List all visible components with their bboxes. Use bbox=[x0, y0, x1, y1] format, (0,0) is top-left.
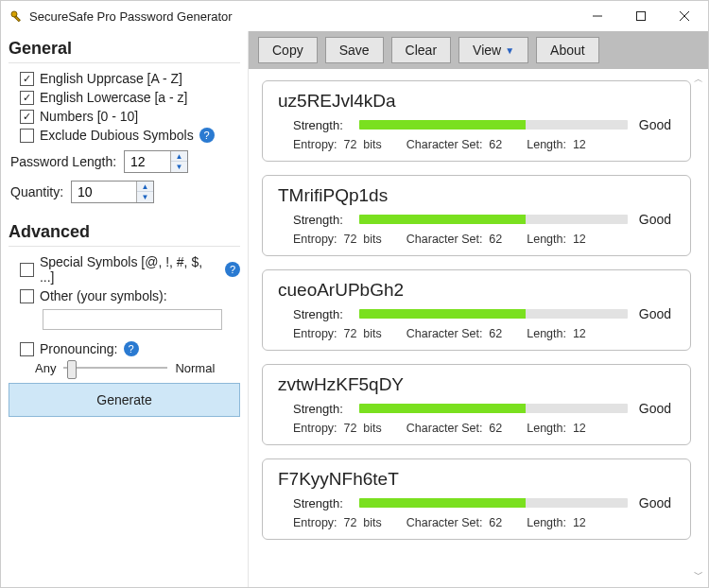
length-up-icon[interactable]: ▲ bbox=[171, 151, 187, 162]
strength-label: Strength: bbox=[293, 118, 348, 132]
window-controls bbox=[576, 1, 706, 31]
help-icon[interactable]: ? bbox=[199, 128, 215, 143]
slider-left-label: Any bbox=[35, 361, 56, 375]
clear-button[interactable]: Clear bbox=[391, 37, 451, 63]
divider bbox=[9, 246, 240, 247]
maximize-button[interactable] bbox=[619, 1, 663, 31]
scroll-down-icon[interactable]: ﹀ bbox=[694, 568, 703, 581]
password-card: TMrifiPQp1dsStrength:GoodEntropy: 72 bit… bbox=[262, 175, 691, 256]
scrollbar[interactable]: ︿ ﹀ bbox=[691, 73, 706, 581]
other-symbols-label: Other (your symbols): bbox=[40, 288, 167, 303]
generate-button[interactable]: Generate bbox=[9, 383, 240, 417]
sidebar: General English Upprcase [A - Z] English… bbox=[1, 31, 249, 587]
password-card: zvtwHzKF5qDYStrength:GoodEntropy: 72 bit… bbox=[262, 364, 691, 445]
pronouncing-checkbox[interactable] bbox=[20, 342, 34, 356]
password-text: F7KyyNFh6teT bbox=[278, 469, 675, 490]
strength-bar bbox=[359, 498, 628, 508]
strength-label: Strength: bbox=[293, 213, 348, 227]
minimize-button[interactable] bbox=[576, 1, 619, 31]
svg-rect-3 bbox=[637, 12, 646, 21]
quantity-label: Quantity: bbox=[10, 184, 63, 199]
quantity-up-icon[interactable]: ▲ bbox=[137, 182, 153, 192]
password-text: zvtwHzKF5qDY bbox=[278, 374, 675, 395]
strength-label: Strength: bbox=[293, 307, 348, 321]
password-length-input[interactable] bbox=[125, 151, 170, 172]
app-icon bbox=[9, 9, 24, 24]
lowercase-checkbox[interactable] bbox=[20, 91, 34, 105]
main-panel: Copy Save Clear View▼ About uz5REJvl4kDa… bbox=[249, 31, 708, 587]
password-card: cueoArUPbGh2Strength:GoodEntropy: 72 bit… bbox=[262, 269, 691, 351]
strength-rating: Good bbox=[639, 212, 671, 227]
app-window: SecureSafe Pro Password Generator Genera… bbox=[0, 0, 709, 588]
pronouncing-slider[interactable] bbox=[63, 360, 167, 375]
password-meta: Entropy: 72 bitsCharacter Set: 62Length:… bbox=[293, 138, 675, 151]
strength-bar bbox=[359, 404, 628, 413]
general-heading: General bbox=[9, 39, 240, 59]
password-card: F7KyyNFh6teTStrength:GoodEntropy: 72 bit… bbox=[262, 458, 691, 540]
password-text: uz5REJvl4kDa bbox=[278, 91, 675, 112]
toolbar: Copy Save Clear View▼ About bbox=[249, 31, 708, 69]
advanced-heading: Advanced bbox=[9, 222, 240, 242]
strength-rating: Good bbox=[639, 495, 671, 510]
password-length-spinner[interactable]: ▲ ▼ bbox=[124, 150, 188, 173]
strength-bar bbox=[359, 120, 628, 130]
close-button[interactable] bbox=[663, 1, 706, 31]
password-length-label: Password Length: bbox=[10, 154, 116, 169]
view-dropdown[interactable]: View▼ bbox=[458, 37, 528, 63]
svg-rect-1 bbox=[15, 16, 21, 22]
chevron-down-icon: ▼ bbox=[505, 45, 514, 56]
window-title: SecureSafe Pro Password Generator bbox=[29, 9, 576, 24]
help-icon[interactable]: ? bbox=[124, 341, 139, 356]
other-symbols-checkbox[interactable] bbox=[20, 289, 34, 303]
quantity-input[interactable] bbox=[72, 182, 136, 202]
lowercase-label: English Lowercase [a - z] bbox=[40, 90, 187, 105]
strength-bar bbox=[359, 215, 628, 224]
strength-rating: Good bbox=[639, 117, 671, 132]
results-list[interactable]: uz5REJvl4kDaStrength:GoodEntropy: 72 bit… bbox=[249, 69, 708, 587]
numbers-label: Numbers [0 - 10] bbox=[40, 109, 138, 124]
exclude-label: Exclude Dubious Symbols bbox=[40, 128, 194, 143]
quantity-spinner[interactable]: ▲ ▼ bbox=[71, 181, 154, 203]
uppercase-label: English Upprcase [A - Z] bbox=[40, 71, 182, 86]
strength-rating: Good bbox=[639, 401, 671, 416]
strength-rating: Good bbox=[639, 306, 671, 321]
help-icon[interactable]: ? bbox=[225, 262, 240, 277]
copy-button[interactable]: Copy bbox=[258, 37, 318, 63]
length-down-icon[interactable]: ▼ bbox=[171, 162, 187, 172]
strength-label: Strength: bbox=[293, 402, 348, 416]
password-text: cueoArUPbGh2 bbox=[278, 280, 675, 301]
exclude-checkbox[interactable] bbox=[20, 129, 34, 143]
save-button[interactable]: Save bbox=[325, 37, 384, 63]
password-meta: Entropy: 72 bitsCharacter Set: 62Length:… bbox=[293, 422, 675, 435]
password-text: TMrifiPQp1ds bbox=[278, 185, 675, 206]
title-bar: SecureSafe Pro Password Generator bbox=[1, 1, 708, 31]
password-meta: Entropy: 72 bitsCharacter Set: 62Length:… bbox=[293, 327, 675, 340]
special-symbols-label: Special Symbols [@, !, #, $, ...] bbox=[40, 254, 219, 285]
divider bbox=[9, 62, 240, 63]
scroll-up-icon[interactable]: ︿ bbox=[694, 73, 703, 86]
uppercase-checkbox[interactable] bbox=[20, 72, 34, 86]
about-button[interactable]: About bbox=[536, 37, 599, 63]
quantity-down-icon[interactable]: ▼ bbox=[137, 192, 153, 202]
password-meta: Entropy: 72 bitsCharacter Set: 62Length:… bbox=[293, 233, 675, 246]
other-symbols-input[interactable] bbox=[43, 309, 222, 330]
strength-label: Strength: bbox=[293, 496, 348, 510]
numbers-checkbox[interactable] bbox=[20, 110, 34, 124]
strength-bar bbox=[359, 309, 628, 319]
slider-right-label: Normal bbox=[175, 361, 215, 375]
special-symbols-checkbox[interactable] bbox=[20, 263, 34, 277]
pronouncing-label: Pronouncing: bbox=[40, 341, 118, 356]
password-card: uz5REJvl4kDaStrength:GoodEntropy: 72 bit… bbox=[262, 80, 691, 162]
password-meta: Entropy: 72 bitsCharacter Set: 62Length:… bbox=[293, 516, 675, 529]
